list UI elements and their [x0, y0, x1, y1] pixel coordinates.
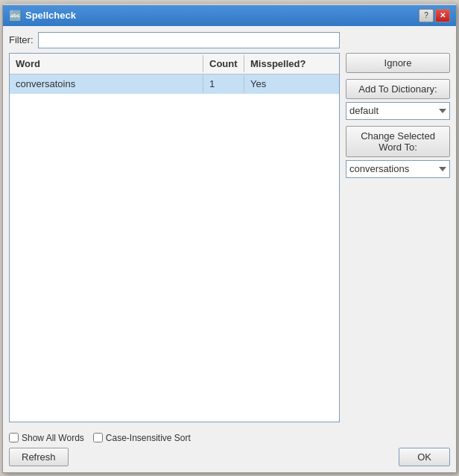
bottom-bar: Show All Words Case-Insensitive Sort [3, 428, 456, 448]
cell-word: conversatoins [10, 75, 203, 92]
filter-label: Filter: [9, 34, 34, 45]
title-bar-left: 🔤 Spellcheck [9, 10, 76, 22]
title-bar-buttons: ? ✕ [419, 9, 450, 22]
filter-input[interactable] [38, 32, 341, 48]
change-word-dropdown-wrapper: conversations [346, 160, 450, 178]
dictionary-dropdown[interactable]: default [346, 102, 450, 120]
cell-count: 1 [203, 75, 244, 92]
left-panel: Filter: Word Count Misspelled? conversat… [9, 32, 340, 422]
header-word: Word [10, 55, 203, 72]
filter-row: Filter: [9, 32, 340, 48]
show-all-words-checkbox[interactable] [9, 433, 19, 442]
header-misspelled: Misspelled? [244, 55, 339, 72]
add-to-dictionary-section: Add To Dictionary: default [346, 79, 450, 120]
show-all-words-label[interactable]: Show All Words [9, 433, 84, 443]
action-row: Refresh OK [3, 448, 456, 472]
case-insensitive-label[interactable]: Case-Insensitive Sort [93, 433, 191, 443]
table-body: conversatoins 1 Yes [10, 74, 339, 422]
title-bar: 🔤 Spellcheck ? ✕ [3, 5, 456, 26]
word-table: Word Count Misspelled? conversatoins 1 Y… [9, 53, 340, 422]
add-to-dictionary-button[interactable]: Add To Dictionary: [346, 79, 450, 99]
help-button[interactable]: ? [419, 9, 434, 22]
change-word-dropdown[interactable]: conversations [346, 160, 450, 178]
close-button[interactable]: ✕ [435, 9, 450, 22]
show-all-words-text: Show All Words [22, 433, 84, 443]
dialog-content: Filter: Word Count Misspelled? conversat… [3, 26, 456, 428]
refresh-button[interactable]: Refresh [9, 448, 69, 466]
change-word-section: Change Selected Word To: conversations [346, 126, 450, 178]
table-header: Word Count Misspelled? [10, 54, 339, 74]
ignore-button[interactable]: Ignore [346, 53, 450, 73]
dictionary-dropdown-wrapper: default [346, 102, 450, 120]
case-insensitive-checkbox[interactable] [93, 433, 103, 442]
ok-button[interactable]: OK [399, 448, 450, 466]
cell-misspelled: Yes [244, 75, 339, 92]
dialog-icon: 🔤 [9, 10, 21, 22]
dialog-title: Spellcheck [25, 10, 76, 21]
table-row[interactable]: conversatoins 1 Yes [10, 74, 339, 94]
spellcheck-dialog: 🔤 Spellcheck ? ✕ Filter: Word Count Miss… [2, 4, 457, 473]
header-count: Count [203, 55, 244, 72]
right-panel: Ignore Add To Dictionary: default Change… [346, 32, 450, 422]
case-insensitive-text: Case-Insensitive Sort [106, 433, 191, 443]
change-selected-word-button[interactable]: Change Selected Word To: [346, 126, 450, 157]
